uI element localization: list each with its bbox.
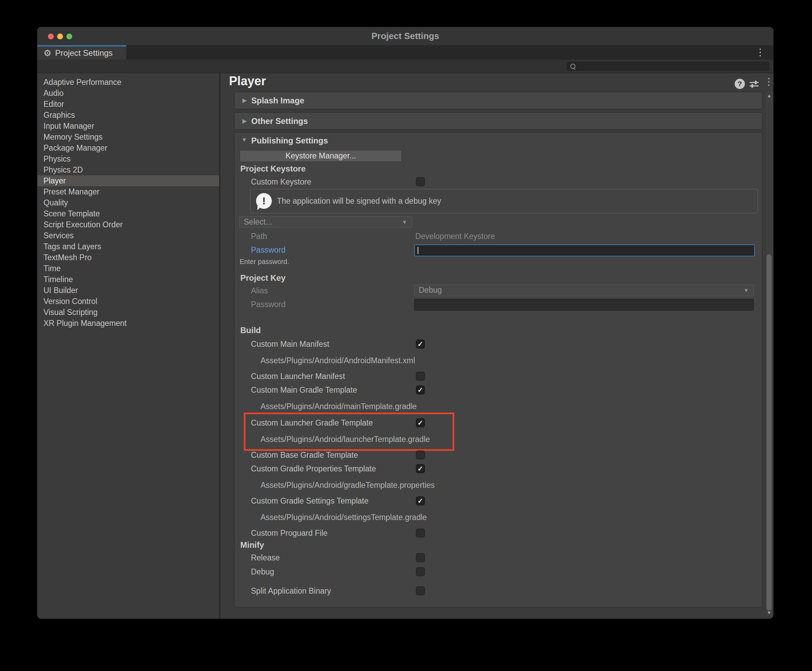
keystore-password-label: Password bbox=[251, 244, 286, 255]
title-bar: Project Settings bbox=[37, 27, 773, 45]
content-panel: Player ? ⋮ bbox=[220, 73, 773, 618]
sidebar-item-version-control[interactable]: Version Control bbox=[37, 296, 219, 307]
help-icon[interactable]: ? bbox=[735, 79, 745, 89]
tab-label: Project Settings bbox=[55, 46, 112, 60]
chevron-down-icon: ▼ bbox=[402, 217, 407, 227]
keystore-password-field[interactable] bbox=[414, 244, 755, 256]
sidebar-item-ui-builder[interactable]: UI Builder bbox=[37, 285, 219, 296]
sidebar-item-quality[interactable]: Quality bbox=[37, 197, 219, 208]
sidebar-item-preset-manager[interactable]: Preset Manager bbox=[37, 186, 219, 197]
row-label-custom-base-gradle-template: Custom Base Gradle Template bbox=[251, 450, 358, 460]
sidebar-item-adaptive-performance[interactable]: Adaptive Performance bbox=[37, 77, 219, 88]
checkbox-custom-keystore[interactable] bbox=[416, 177, 425, 186]
group-project-keystore: Project Keystore bbox=[240, 163, 306, 174]
section-splash-image[interactable]: ▶ Splash Image bbox=[234, 92, 763, 109]
chevron-right-icon: ▶ bbox=[242, 92, 247, 109]
row-label-release: Release bbox=[251, 552, 280, 563]
sidebar-item-timeline[interactable]: Timeline bbox=[37, 274, 219, 285]
dropdown-value: Debug bbox=[419, 285, 442, 295]
key-password-field[interactable] bbox=[414, 299, 754, 310]
sidebar-item-visual-scripting[interactable]: Visual Scripting bbox=[37, 307, 219, 318]
path-label: Path bbox=[251, 231, 267, 242]
sidebar-item-xr-plugin-management[interactable]: XR Plugin Management bbox=[37, 318, 219, 329]
section-label: Publishing Settings bbox=[251, 135, 328, 146]
sidebar-item-physics-2d[interactable]: Physics 2D bbox=[37, 164, 219, 175]
row-label-custom-main-gradle-template: Custom Main Gradle Template bbox=[251, 385, 357, 395]
group-minify: Minify bbox=[240, 540, 264, 550]
row-label-custom-launcher-gradle-template: Custom Launcher Gradle Template bbox=[251, 417, 373, 428]
toolbar bbox=[37, 60, 773, 73]
project-settings-window: Project Settings ⚙ Project Settings ⋮ Ad… bbox=[37, 27, 774, 619]
row-path-custom-gradle-properties-template: Assets/Plugins/Android/gradleTemplate.pr… bbox=[260, 480, 435, 490]
row-label-split-application-binary: Split Application Binary bbox=[251, 586, 331, 596]
row-label-custom-gradle-settings-template: Custom Gradle Settings Template bbox=[251, 496, 368, 506]
content-menu-icon[interactable]: ⋮ bbox=[764, 76, 774, 87]
scroll-up-icon[interactable]: ▲ bbox=[766, 93, 773, 98]
scrollbar-thumb[interactable] bbox=[766, 254, 771, 610]
vertical-scrollbar[interactable]: ▲ ▼ bbox=[765, 92, 773, 616]
settings-scroll-area: ▶ Splash Image ▶ Other Settings ▼ Publis… bbox=[220, 91, 773, 618]
group-build: Build bbox=[240, 325, 261, 336]
sidebar-item-scene-template[interactable]: Scene Template bbox=[37, 208, 219, 219]
gear-icon: ⚙ bbox=[43, 47, 51, 59]
body-row: Adaptive PerformanceAudioEditorGraphicsI… bbox=[37, 73, 773, 618]
section-label: Splash Image bbox=[251, 92, 304, 109]
sidebar-item-editor[interactable]: Editor bbox=[37, 99, 219, 109]
checkbox-custom-launcher-gradle-template[interactable] bbox=[416, 418, 425, 427]
window-title: Project Settings bbox=[37, 27, 773, 45]
page-title: Player bbox=[229, 74, 266, 89]
sidebar-item-graphics[interactable]: Graphics bbox=[37, 109, 219, 121]
checkbox-custom-gradle-settings-template[interactable] bbox=[416, 496, 425, 505]
checkbox-custom-proguard-file[interactable] bbox=[416, 529, 425, 538]
checkbox-custom-main-gradle-template[interactable] bbox=[416, 385, 425, 394]
row-label-debug: Debug bbox=[251, 566, 274, 577]
checkbox-custom-main-manifest[interactable] bbox=[416, 340, 425, 349]
group-project-key: Project Key bbox=[240, 272, 286, 283]
warning-icon: ! bbox=[256, 193, 272, 209]
sidebar-item-script-execution-order[interactable]: Script Execution Order bbox=[37, 219, 219, 230]
path-value: Development Keystore bbox=[415, 231, 495, 242]
warning-text: The application will be signed with a de… bbox=[277, 189, 441, 213]
row-label-custom-gradle-properties-template: Custom Gradle Properties Template bbox=[251, 463, 376, 474]
sidebar-item-player[interactable]: Player bbox=[37, 175, 219, 186]
checkbox-split-application-binary[interactable] bbox=[416, 586, 425, 595]
sidebar-item-textmesh-pro[interactable]: TextMesh Pro bbox=[37, 252, 219, 263]
checkbox-custom-launcher-manifest[interactable] bbox=[416, 372, 425, 381]
sidebar-item-input-manager[interactable]: Input Manager bbox=[37, 121, 219, 131]
presets-icon[interactable] bbox=[749, 79, 759, 91]
warning-box: ! The application will be signed with a … bbox=[250, 189, 758, 213]
sidebar-item-tags-and-layers[interactable]: Tags and Layers bbox=[37, 241, 219, 252]
keystore-manager-button[interactable]: Keystore Manager... bbox=[240, 150, 402, 162]
search-icon bbox=[570, 64, 575, 69]
checkbox-release[interactable] bbox=[416, 553, 425, 562]
checkbox-custom-base-gradle-template[interactable] bbox=[416, 451, 425, 460]
section-other-settings[interactable]: ▶ Other Settings bbox=[234, 112, 763, 130]
sidebar-item-physics[interactable]: Physics bbox=[37, 153, 219, 164]
search-input[interactable] bbox=[566, 61, 770, 72]
settings-sidebar: Adaptive PerformanceAudioEditorGraphicsI… bbox=[37, 73, 219, 618]
scroll-down-icon[interactable]: ▼ bbox=[766, 610, 773, 615]
alias-label: Alias bbox=[251, 285, 268, 296]
row-label-custom-proguard-file: Custom Proguard File bbox=[251, 528, 328, 538]
keystore-select-dropdown[interactable]: Select... ▼ bbox=[239, 216, 412, 228]
custom-keystore-label: Custom Keystore bbox=[251, 176, 311, 187]
tab-project-settings[interactable]: ⚙ Project Settings bbox=[37, 45, 126, 60]
alias-dropdown[interactable]: Debug ▼ bbox=[414, 284, 754, 296]
row-label-custom-main-manifest: Custom Main Manifest bbox=[251, 339, 329, 349]
row-path-custom-gradle-settings-template: Assets/Plugins/Android/settingsTemplate.… bbox=[260, 512, 427, 523]
checkbox-debug[interactable] bbox=[416, 567, 425, 576]
sidebar-item-memory-settings[interactable]: Memory Settings bbox=[37, 131, 219, 142]
tab-bar: ⚙ Project Settings ⋮ bbox=[37, 45, 773, 60]
sidebar-item-audio[interactable]: Audio bbox=[37, 88, 219, 99]
content-header: Player ? ⋮ bbox=[220, 73, 773, 91]
sidebar-item-services[interactable]: Services bbox=[37, 230, 219, 241]
checkbox-custom-gradle-properties-template[interactable] bbox=[416, 464, 425, 473]
chevron-down-icon: ▼ bbox=[744, 285, 749, 295]
chevron-down-icon[interactable]: ▼ bbox=[241, 136, 247, 143]
chevron-right-icon: ▶ bbox=[242, 112, 247, 129]
sidebar-item-time[interactable]: Time bbox=[37, 263, 219, 274]
text-caret bbox=[418, 247, 418, 254]
sidebar-item-package-manager[interactable]: Package Manager bbox=[37, 142, 219, 153]
tab-bar-menu-icon[interactable]: ⋮ bbox=[756, 45, 765, 60]
enter-password-helper: Enter password. bbox=[240, 256, 289, 267]
